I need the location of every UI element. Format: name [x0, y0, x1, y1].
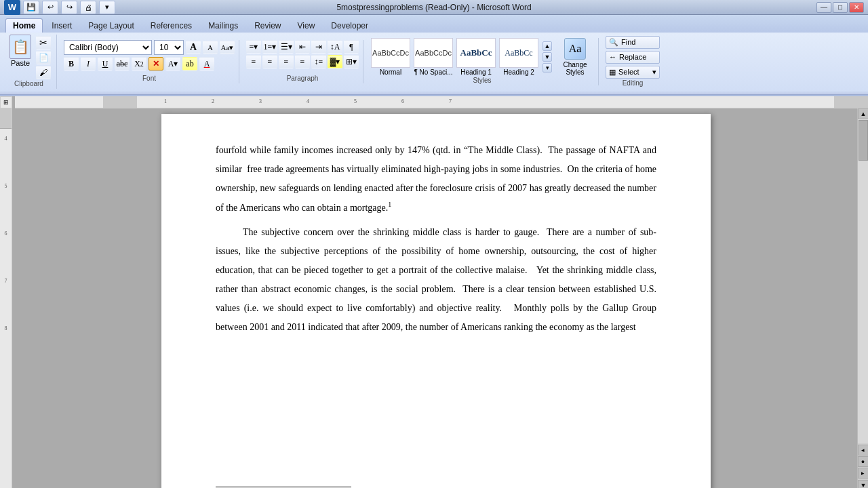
format-painter-button[interactable]: 🖌 — [36, 66, 51, 79]
tab-view[interactable]: View — [290, 18, 323, 33]
show-formatting-button[interactable]: ¶ — [344, 40, 359, 54]
font-size-select[interactable]: 10 — [154, 40, 184, 55]
h-ruler-track: 1 2 3 4 5 6 7 — [103, 96, 868, 108]
scroll-down-button[interactable]: ▼ — [858, 480, 868, 488]
previous-page-button[interactable]: ◂ — [858, 445, 869, 455]
increase-indent-button[interactable]: ⇥ — [311, 40, 326, 54]
clear-format-button[interactable]: ✕ — [149, 57, 163, 70]
quick-access-undo[interactable]: ↩ — [42, 1, 58, 14]
scroll-track[interactable] — [858, 119, 868, 443]
borders-button[interactable]: ⊞▾ — [344, 55, 359, 68]
find-icon: 🔍 — [609, 38, 618, 47]
change-case-button[interactable]: Aa▾ — [220, 41, 235, 54]
replace-icon: ↔ — [609, 53, 616, 61]
cut-button[interactable]: ✂ — [36, 36, 51, 49]
v-ruler-8: 8 — [5, 325, 7, 331]
tab-developer[interactable]: Developer — [323, 18, 376, 33]
bold-button[interactable]: B — [64, 57, 79, 70]
copy-button[interactable]: 📄 — [36, 51, 51, 64]
title-bar: W 💾 ↩ ↪ 🖨 ▾ 5mostpressingproblems (Read-… — [0, 0, 868, 15]
decrease-indent-button[interactable]: ⇤ — [295, 40, 310, 54]
style-heading1[interactable]: AaBbCc Heading 1 — [456, 38, 496, 76]
minimize-button[interactable]: — — [816, 2, 831, 13]
select-button[interactable]: ▦ Select ▾ — [606, 66, 660, 79]
select-browse-button[interactable]: ● — [858, 456, 869, 467]
style-normal-preview: AaBbCcDc — [372, 49, 409, 57]
styles-scroll-down[interactable]: ▼ — [542, 52, 552, 62]
tab-mailings[interactable]: Mailings — [201, 18, 245, 33]
select-icon: ▦ — [609, 68, 616, 77]
scroll-thumb[interactable] — [859, 120, 868, 161]
document-page[interactable]: fourfold while family incomes increased … — [161, 114, 711, 488]
window-controls: — □ ✕ — [816, 2, 864, 13]
h-ruler-1: 1 — [164, 98, 167, 104]
text-effects-button[interactable]: A▾ — [165, 57, 180, 70]
paragraph-1: fourfold while family incomes increased … — [216, 141, 656, 218]
style-heading2[interactable]: AaBbCc Heading 2 — [498, 38, 539, 76]
font-row-1: Calibri (Body) 10 A A Aa▾ — [64, 40, 235, 55]
tab-review[interactable]: Review — [247, 18, 288, 33]
paste-button[interactable]: 📋 Paste — [7, 35, 34, 67]
underline-button[interactable]: U — [98, 57, 113, 70]
v-ruler-margin-top — [0, 108, 12, 129]
shrink-font-button[interactable]: A — [203, 41, 218, 54]
scroll-bottom-controls: ◂ ● ▸ — [858, 443, 868, 480]
vertical-ruler: 4 5 6 7 8 — [0, 108, 12, 488]
v-ruler-body: 4 5 6 7 8 — [0, 129, 12, 488]
styles-scroll: ▲ ▼ ▾ — [542, 41, 552, 73]
title-bar-left: W 💾 ↩ ↪ 🖨 ▾ — [4, 0, 115, 15]
tab-references[interactable]: References — [143, 18, 199, 33]
scroll-up-button[interactable]: ▲ — [858, 108, 868, 119]
style-normal[interactable]: AaBbCcDc Normal — [370, 38, 411, 76]
bullets-button[interactable]: ≡▾ — [246, 40, 261, 54]
quick-access-print[interactable]: 🖨 — [80, 1, 96, 14]
shading-button[interactable]: ▓▾ — [328, 55, 342, 68]
grow-font-button[interactable]: A — [186, 41, 201, 54]
multilevel-button[interactable]: ☰▾ — [279, 40, 294, 54]
change-styles-icon: Aa — [564, 38, 586, 60]
sort-button[interactable]: ↕A — [328, 40, 342, 54]
document-area: ⊞ 4 5 6 7 8 1 — [0, 96, 868, 488]
clipboard-label: Clipboard — [14, 80, 43, 87]
tab-home[interactable]: Home — [5, 18, 43, 33]
font-family-select[interactable]: Calibri (Body) — [64, 40, 152, 55]
align-right-button[interactable]: ≡ — [279, 55, 294, 68]
change-styles-button[interactable]: Aa Change Styles — [556, 38, 594, 76]
quick-access-customize[interactable]: ▾ — [99, 1, 115, 14]
h-ruler-5: 5 — [354, 98, 357, 104]
align-left-button[interactable]: ≡ — [246, 55, 261, 68]
strikethrough-button[interactable]: abc — [115, 57, 130, 70]
numbering-button[interactable]: 1≡▾ — [262, 40, 277, 54]
find-button[interactable]: 🔍 Find — [606, 36, 660, 49]
ribbon-bottom — [0, 91, 868, 95]
window-title: 5mostpressingproblems (Read-Only) - Micr… — [0, 3, 868, 12]
select-dropdown-icon: ▾ — [652, 68, 656, 77]
tab-page-layout[interactable]: Page Layout — [81, 18, 141, 33]
para-row-2: ≡ ≡ ≡ ≡ ↕≡ ▓▾ ⊞▾ — [246, 55, 359, 68]
replace-button[interactable]: ↔ Replace — [606, 51, 660, 64]
highlight-button[interactable]: ab — [182, 57, 197, 70]
next-page-button[interactable]: ▸ — [858, 468, 869, 479]
styles-expand[interactable]: ▾ — [542, 63, 552, 73]
italic-button[interactable]: I — [81, 57, 96, 70]
styles-group: AaBbCcDc Normal AaBbCcDc ¶ No Spaci... A… — [366, 38, 599, 85]
quick-access-save[interactable]: 💾 — [23, 1, 39, 14]
style-no-spacing[interactable]: AaBbCcDc ¶ No Spaci... — [413, 38, 454, 76]
font-color-button[interactable]: A — [199, 57, 214, 70]
h-ruler-left-margin — [103, 96, 137, 108]
h-ruler-7: 7 — [449, 98, 452, 104]
style-heading2-label: Heading 2 — [503, 68, 534, 76]
close-button[interactable]: ✕ — [849, 2, 864, 13]
tab-insert[interactable]: Insert — [44, 18, 79, 33]
paste-icon: 📋 — [9, 35, 31, 59]
h-ruler-right-margin — [834, 96, 868, 108]
styles-scroll-up[interactable]: ▲ — [542, 41, 552, 51]
line-spacing-button[interactable]: ↕≡ — [311, 55, 326, 68]
align-center-button[interactable]: ≡ — [262, 55, 277, 68]
style-normal-label: Normal — [380, 68, 401, 76]
justify-button[interactable]: ≡ — [295, 55, 310, 68]
maximize-button[interactable]: □ — [833, 2, 848, 13]
subscript-button[interactable]: X2 — [132, 57, 146, 70]
find-label: Find — [621, 38, 635, 46]
quick-access-redo[interactable]: ↪ — [61, 1, 77, 14]
